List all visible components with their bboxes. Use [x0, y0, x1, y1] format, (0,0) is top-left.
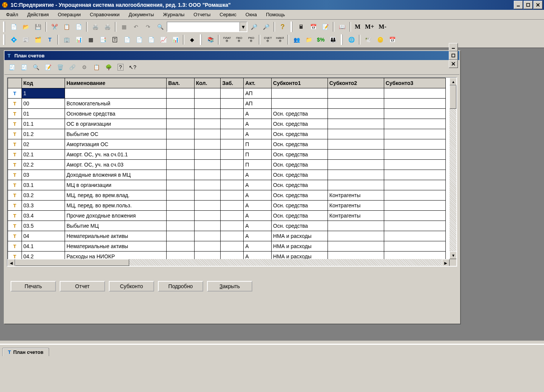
cell-zab[interactable]: [221, 190, 244, 201]
cell-akt[interactable]: А: [244, 180, 271, 190]
table-row[interactable]: Т03.3МЦ, перед. во врем.польз.АОсн. сред…: [8, 201, 446, 211]
cell-s3[interactable]: [384, 150, 445, 160]
cut-icon[interactable]: ✂️: [49, 21, 60, 32]
horizontal-scrollbar[interactable]: ◀ ▶: [8, 259, 450, 266]
tb2-coins-icon[interactable]: 🪙: [374, 34, 386, 45]
cell-zab[interactable]: [221, 129, 244, 139]
cell-s2[interactable]: [328, 160, 384, 170]
cell-s3[interactable]: [384, 88, 445, 99]
cell-val[interactable]: [167, 88, 194, 99]
cell-val[interactable]: [167, 129, 194, 139]
cell-s1[interactable]: Осн. средства: [271, 109, 328, 119]
cell-akt[interactable]: А: [244, 129, 271, 139]
cell-kol[interactable]: [194, 88, 220, 99]
memory-m-button[interactable]: M: [353, 21, 362, 32]
table-row[interactable]: Т02.2Аморт. ОС, уч. на сч.03ПОсн. средст…: [8, 160, 446, 170]
menu-documents[interactable]: Документы: [125, 11, 158, 18]
tb2-cal-icon[interactable]: 📅: [386, 34, 398, 45]
cell-s3[interactable]: [384, 241, 445, 252]
cell-code[interactable]: 04: [22, 231, 65, 241]
cell-code[interactable]: 1: [22, 88, 65, 99]
ct-help-icon[interactable]: ?: [115, 62, 126, 73]
table-row[interactable]: Т03.1МЦ в организацииАОсн. средства: [8, 180, 446, 190]
cell-zab[interactable]: [221, 99, 244, 109]
grid-header-0[interactable]: [8, 78, 22, 88]
toolbar-grip[interactable]: [200, 34, 202, 45]
close-button-dialog[interactable]: Закрыть: [207, 281, 252, 292]
cell-code[interactable]: 02.2: [22, 160, 65, 170]
copy-icon[interactable]: 📋: [61, 21, 72, 32]
grid-header-3[interactable]: Вал.: [167, 78, 194, 88]
print-preview-icon[interactable]: 🖨️: [102, 21, 113, 32]
undo-icon[interactable]: ↶: [130, 21, 142, 32]
menu-operations[interactable]: Операции: [54, 11, 85, 18]
cell-s1[interactable]: Осн. средства: [271, 170, 328, 180]
calc-icon[interactable]: 🖩: [295, 21, 307, 32]
cell-s2[interactable]: [328, 241, 384, 252]
cell-s3[interactable]: [384, 109, 445, 119]
cell-name[interactable]: Нематериальные активы: [65, 241, 166, 252]
cell-zab[interactable]: [221, 231, 244, 241]
cell-s3[interactable]: [384, 221, 445, 231]
calendar-icon[interactable]: 📅: [308, 21, 319, 32]
cell-s3[interactable]: [384, 119, 445, 129]
cell-zab[interactable]: [221, 211, 244, 221]
cell-zab[interactable]: [221, 170, 244, 180]
print-icon[interactable]: 🖨️: [90, 21, 101, 32]
cell-s1[interactable]: Осн. средства: [271, 190, 328, 201]
cell-code[interactable]: 03.5: [22, 221, 65, 231]
tb2-icon-11[interactable]: 📄: [133, 34, 145, 45]
memory-mplus-button[interactable]: M+: [363, 21, 376, 32]
cell-val[interactable]: [167, 231, 194, 241]
cell-zab[interactable]: [221, 150, 244, 160]
tb2-icon-5[interactable]: 🏢: [61, 34, 72, 45]
cell-s3[interactable]: [384, 139, 445, 150]
cell-s2[interactable]: [328, 139, 384, 150]
cell-name[interactable]: Выбытие ОС: [65, 129, 166, 139]
cell-name[interactable]: МЦ в организации: [65, 180, 166, 190]
cell-akt[interactable]: П: [244, 150, 271, 160]
grid-header-5[interactable]: Заб.: [221, 78, 244, 88]
cell-val[interactable]: [167, 109, 194, 119]
tb2-icon-4[interactable]: Т: [44, 34, 56, 45]
cell-akt[interactable]: А: [244, 170, 271, 180]
cell-name[interactable]: Аморт. ОС, уч. на сч.01.1: [65, 150, 166, 160]
cell-code[interactable]: 00: [22, 99, 65, 109]
cell-name[interactable]: Нематериальные активы: [65, 231, 166, 241]
cell-akt[interactable]: А: [244, 241, 271, 252]
menu-service[interactable]: Сервис: [216, 11, 240, 18]
redo-icon[interactable]: ↷: [142, 21, 154, 32]
cell-s2[interactable]: [328, 170, 384, 180]
cell-code[interactable]: 01: [22, 109, 65, 119]
toolbar-grip[interactable]: [3, 34, 6, 45]
tb2-icon-2[interactable]: 📰: [20, 34, 31, 45]
grid-header-7[interactable]: Субконто1: [271, 78, 328, 88]
tb2-plat-icon[interactable]: ПЛАТ⚙: [221, 34, 233, 45]
cell-val[interactable]: [167, 221, 194, 231]
cell-kol[interactable]: [194, 241, 220, 252]
cell-s1[interactable]: [271, 88, 328, 99]
cell-kol[interactable]: [194, 160, 220, 170]
cell-code[interactable]: 03.2: [22, 190, 65, 201]
toolbar-grip[interactable]: [341, 34, 343, 45]
tb2-globe-icon[interactable]: 🌐: [346, 34, 357, 45]
cell-kol[interactable]: [194, 170, 220, 180]
tb2-icon-3[interactable]: 🗂️: [32, 34, 43, 45]
cell-s1[interactable]: НМА и расходы: [271, 241, 328, 252]
cell-name[interactable]: Амортизация ОС: [65, 139, 166, 150]
search-dropdown-icon[interactable]: ▼: [240, 22, 247, 31]
cell-kol[interactable]: [194, 109, 220, 119]
cell-val[interactable]: [167, 99, 194, 109]
print-button[interactable]: Печать: [11, 281, 56, 292]
cell-code[interactable]: 01.1: [22, 119, 65, 129]
grid-header-8[interactable]: Субконто2: [328, 78, 384, 88]
scroll-left-icon[interactable]: ◀: [8, 259, 15, 267]
cell-code[interactable]: 02: [22, 139, 65, 150]
tb2-dollar-icon[interactable]: $%: [315, 34, 326, 45]
ct-filter-icon[interactable]: ⚙: [79, 62, 90, 73]
binoculars-icon[interactable]: 🔎: [248, 21, 260, 32]
table-row[interactable]: Т02Амортизация ОСПОсн. средства: [8, 139, 446, 150]
tb2-icon-10[interactable]: 📄: [121, 34, 133, 45]
cell-name[interactable]: [65, 88, 166, 99]
cell-code[interactable]: 03.4: [22, 211, 65, 221]
